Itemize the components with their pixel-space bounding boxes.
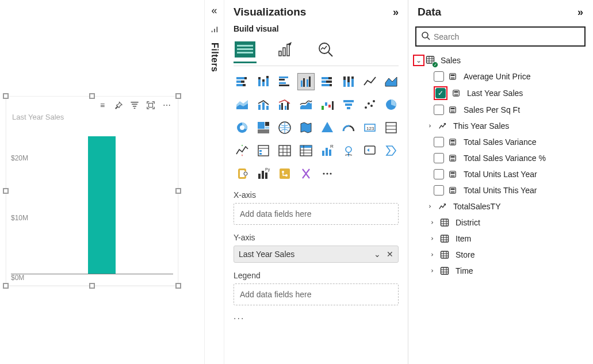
table-row[interactable]: ⌄Time: [413, 263, 588, 279]
visual-type-more[interactable]: [319, 165, 336, 182]
field-row[interactable]: Average Unit Price: [413, 68, 588, 85]
field-row[interactable]: Last Year Sales: [413, 85, 588, 102]
resize-handle[interactable]: [3, 188, 9, 194]
field-row[interactable]: Total Units This Year: [413, 182, 588, 198]
resize-handle[interactable]: [175, 188, 181, 194]
chevron-right-icon[interactable]: ⌄: [426, 219, 436, 227]
visual-type-matrix[interactable]: [297, 142, 315, 159]
collapse-data-icon[interactable]: »: [577, 6, 583, 18]
visual-type-power-automate[interactable]: [382, 142, 400, 159]
remove-field-icon[interactable]: ✕: [387, 250, 393, 259]
svg-rect-84: [329, 150, 331, 156]
chart-visual[interactable]: ≡ ⋯ Last Year Sales $0M$10M$20M: [6, 96, 178, 286]
visual-type-100-stacked-bar[interactable]: [319, 73, 336, 90]
chevron-down-icon[interactable]: ⌄: [413, 55, 424, 66]
chart-bar[interactable]: [88, 136, 116, 274]
visual-type-azure-map[interactable]: [319, 119, 336, 136]
field-checkbox[interactable]: [435, 88, 446, 98]
chevron-right-icon[interactable]: ⌄: [426, 251, 436, 259]
visual-type-ribbon[interactable]: [297, 96, 315, 113]
svg-rect-26: [279, 79, 285, 81]
visual-type-decomposition-tree[interactable]: [297, 165, 315, 182]
visual-type-card[interactable]: 123: [361, 119, 378, 136]
visual-type-funnel[interactable]: [340, 96, 357, 113]
visual-type-r-visual[interactable]: R: [319, 142, 336, 159]
visual-type-map[interactable]: [276, 119, 293, 136]
visual-type-100-stacked-column[interactable]: [340, 73, 357, 90]
visual-type-kpi[interactable]: [234, 142, 251, 159]
analytics-tab[interactable]: [314, 38, 337, 61]
chevron-right-icon[interactable]: ⌄: [423, 202, 434, 210]
table-row[interactable]: ⌄Store: [413, 247, 588, 263]
field-checkbox[interactable]: [434, 105, 444, 115]
chevron-right-icon[interactable]: ⌄: [426, 267, 436, 275]
visual-type-stacked-column[interactable]: [255, 73, 272, 90]
more-field-wells[interactable]: ...: [224, 305, 408, 327]
visual-type-area[interactable]: [382, 73, 400, 90]
build-visual-tab[interactable]: [234, 38, 257, 61]
table-row[interactable]: ⌄Item: [413, 231, 588, 247]
visual-type-stacked-bar[interactable]: [234, 73, 251, 90]
field-checkbox[interactable]: [434, 169, 444, 179]
field-row[interactable]: ⌄This Year Sales: [413, 118, 588, 134]
visual-type-table[interactable]: [276, 142, 293, 159]
field-row[interactable]: Total Units Last Year: [413, 166, 588, 182]
visual-type-donut[interactable]: [234, 119, 251, 136]
chevron-right-icon[interactable]: ⌄: [423, 122, 434, 130]
more-icon[interactable]: ⋯: [162, 100, 172, 110]
visual-type-clustered-column[interactable]: [297, 73, 315, 90]
visual-type-arcgis[interactable]: [340, 142, 357, 159]
visual-type-waterfall[interactable]: [319, 96, 336, 113]
yaxis-field-pill[interactable]: Last Year Sales ⌄ ✕: [234, 246, 399, 263]
visualizations-mode-tabs: [224, 36, 408, 61]
resize-handle[interactable]: [3, 93, 9, 99]
focus-icon[interactable]: [146, 100, 156, 110]
visual-type-clustered-bar[interactable]: [276, 73, 293, 90]
drag-icon[interactable]: ≡: [97, 100, 108, 110]
field-checkbox[interactable]: [434, 153, 444, 163]
svg-point-106: [453, 77, 454, 78]
resize-handle[interactable]: [89, 93, 95, 99]
visual-type-line-stacked-column[interactable]: [255, 96, 272, 113]
data-search-input[interactable]: [434, 32, 580, 41]
field-checkbox[interactable]: [434, 71, 444, 82]
visual-type-line[interactable]: [361, 73, 378, 90]
filters-pane-collapsed[interactable]: « Filters: [204, 0, 224, 364]
field-row[interactable]: Sales Per Sq Ft: [413, 102, 588, 118]
visual-type-paginated[interactable]: [234, 165, 251, 182]
collapse-visualizations-icon[interactable]: »: [393, 6, 399, 18]
field-checkbox[interactable]: [434, 185, 444, 196]
visual-type-stacked-area[interactable]: [234, 96, 251, 113]
visual-type-filled-map[interactable]: [297, 119, 315, 136]
visual-type-gauge[interactable]: [340, 119, 357, 136]
visual-type-python[interactable]: Py: [255, 165, 272, 182]
visual-type-slicer[interactable]: [255, 142, 272, 159]
field-row[interactable]: ⌄TotalSalesTY: [413, 198, 588, 214]
visual-type-treemap[interactable]: [255, 119, 272, 136]
format-visual-tab[interactable]: [274, 38, 297, 61]
resize-handle[interactable]: [175, 283, 181, 289]
report-canvas[interactable]: ≡ ⋯ Last Year Sales $0M$10M$20M: [0, 0, 204, 364]
field-row[interactable]: Total Sales Variance %: [413, 150, 588, 166]
table-sales[interactable]: ⌄✓Sales: [413, 52, 588, 68]
visual-type-multi-row-card[interactable]: [382, 119, 400, 136]
pin-icon[interactable]: [113, 100, 124, 110]
visual-type-powerapps[interactable]: [361, 142, 378, 159]
field-checkbox[interactable]: [434, 137, 444, 147]
visual-type-line-clustered-column[interactable]: [276, 96, 293, 113]
visual-type-key-influencers[interactable]: [276, 165, 293, 182]
xaxis-dropzone[interactable]: Add data fields here: [234, 203, 399, 225]
visual-type-pie[interactable]: [382, 96, 400, 113]
resize-handle[interactable]: [3, 283, 9, 289]
visual-type-scatter[interactable]: [361, 96, 378, 113]
table-row[interactable]: ⌄District: [413, 214, 588, 231]
filter-icon[interactable]: [129, 100, 140, 110]
data-search[interactable]: [415, 26, 586, 47]
chevron-right-icon[interactable]: ⌄: [426, 235, 436, 243]
expand-filters-icon[interactable]: «: [211, 5, 217, 17]
resize-handle[interactable]: [175, 93, 181, 99]
chevron-down-icon[interactable]: ⌄: [374, 250, 381, 259]
field-row[interactable]: Total Sales Variance: [413, 134, 588, 150]
legend-dropzone[interactable]: Add data fields here: [234, 283, 399, 305]
resize-handle[interactable]: [89, 283, 95, 289]
